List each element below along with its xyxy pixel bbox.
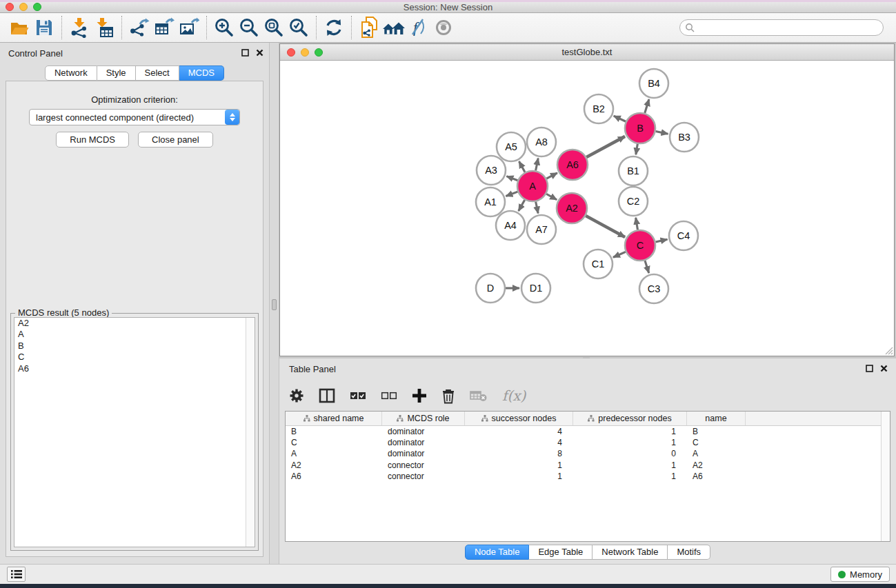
export-image-button[interactable] xyxy=(177,15,201,40)
memory-button[interactable]: Memory xyxy=(830,567,890,582)
close-panel-icon[interactable] xyxy=(256,49,263,57)
table-cell: dominator xyxy=(382,426,465,437)
tab-mcds[interactable]: MCDS xyxy=(179,65,224,81)
edge-A-A7[interactable] xyxy=(536,202,539,214)
criterion-select[interactable]: largest connected component (directed) xyxy=(29,109,240,125)
result-item[interactable]: A6 xyxy=(14,363,255,374)
export-image-icon xyxy=(179,17,199,38)
close-panel-icon[interactable] xyxy=(880,365,888,372)
run-mcds-button[interactable]: Run MCDS xyxy=(56,132,129,148)
export-network-button[interactable] xyxy=(127,15,152,40)
result-item[interactable]: C xyxy=(14,352,255,363)
import-network-button[interactable] xyxy=(67,15,92,40)
search-field[interactable] xyxy=(679,19,884,36)
vertical-splitter[interactable] xyxy=(269,43,279,564)
columns-icon[interactable] xyxy=(319,388,335,403)
task-history-button[interactable] xyxy=(7,567,26,582)
result-scrollbar[interactable] xyxy=(246,318,255,547)
column-header[interactable]: MCDS role xyxy=(382,412,465,425)
zoom-out-button[interactable] xyxy=(237,15,261,40)
column-header[interactable]: successor nodes xyxy=(465,412,573,425)
edge-B-B3[interactable] xyxy=(656,132,668,134)
edge-C-C3[interactable] xyxy=(645,261,649,273)
search-input[interactable] xyxy=(697,21,883,34)
function-builder-button[interactable]: f(x) xyxy=(502,387,526,404)
deselect-all-checkboxes-icon[interactable] xyxy=(381,391,397,401)
table-scrollbar[interactable] xyxy=(881,412,890,541)
edge-A-A1[interactable] xyxy=(506,192,517,196)
add-column-icon[interactable] xyxy=(412,388,427,403)
network-from-file-button[interactable] xyxy=(357,15,381,40)
network-window-titlebar[interactable]: testGlobe.txt xyxy=(280,44,894,61)
table-row[interactable]: A6connector11A6 xyxy=(286,471,890,482)
network-svg: AA1A2A3A4A5A6A7A8BB1B2B3B4CC1C2C3C4DD1 xyxy=(280,61,894,356)
edge-A-A4[interactable] xyxy=(519,200,525,211)
tab-network[interactable]: Network xyxy=(45,65,97,81)
edge-A2-C[interactable] xyxy=(586,216,625,237)
edge-A6-B[interactable] xyxy=(586,136,625,157)
table-row[interactable]: Bdominator41B xyxy=(286,426,890,437)
toolbar-separator xyxy=(316,16,317,39)
edge-C-C1[interactable] xyxy=(613,252,626,257)
network-canvas[interactable]: AA1A2A3A4A5A6A7A8BB1B2B3B4CC1C2C3C4DD1 xyxy=(280,61,894,356)
home-button[interactable] xyxy=(381,15,406,40)
save-session-icon xyxy=(34,18,54,37)
result-item[interactable]: B xyxy=(14,341,255,352)
tab-style[interactable]: Style xyxy=(97,65,136,81)
tab-edge-table[interactable]: Edge Table xyxy=(529,545,593,560)
tab-select[interactable]: Select xyxy=(136,65,179,81)
select-all-checkboxes-icon[interactable] xyxy=(350,391,366,401)
edge-C-C4[interactable] xyxy=(655,239,667,242)
edge-A-A5[interactable] xyxy=(519,161,525,172)
mcds-result-list[interactable]: A2ABCA6 xyxy=(14,317,255,547)
node-table: shared nameMCDS rolesuccessor nodesprede… xyxy=(285,411,890,542)
table-row[interactable]: Adominator80A xyxy=(286,448,890,459)
import-table-button[interactable] xyxy=(92,15,117,40)
zoom-fit-button[interactable] xyxy=(261,15,286,40)
table-cell: 1 xyxy=(573,426,687,437)
result-item[interactable]: A xyxy=(14,329,255,340)
table-row[interactable]: Cdominator41C xyxy=(286,437,890,448)
refresh-button[interactable] xyxy=(321,15,346,40)
table-tabs: Node TableEdge TableNetwork TableMotifs xyxy=(279,545,896,560)
table-cell: 4 xyxy=(465,426,573,437)
float-panel-icon[interactable] xyxy=(866,365,873,372)
control-panel: Control Panel NetworkStyleSelectMCDS Opt… xyxy=(0,43,269,564)
open-session-button[interactable] xyxy=(7,15,32,40)
show-graphics-button[interactable] xyxy=(431,15,456,40)
resize-grip-icon[interactable] xyxy=(884,346,893,355)
tab-network-table[interactable]: Network Table xyxy=(593,545,668,560)
hide-annotations-button[interactable]: f xyxy=(406,15,431,40)
gear-icon[interactable] xyxy=(289,388,304,403)
save-session-button[interactable] xyxy=(32,15,57,40)
tab-motifs[interactable]: Motifs xyxy=(668,545,710,560)
zoom-in-button[interactable] xyxy=(212,15,237,40)
float-panel-icon[interactable] xyxy=(241,49,249,57)
column-header[interactable]: shared name xyxy=(286,412,382,425)
edge-C-C2[interactable] xyxy=(636,218,638,230)
edge-A-A3[interactable] xyxy=(506,176,517,181)
table-cell: C xyxy=(286,437,382,448)
node-label-C4: C4 xyxy=(677,230,690,241)
splitter-handle[interactable] xyxy=(272,299,277,310)
table-row[interactable]: A2connector11A2 xyxy=(286,460,890,471)
column-header[interactable]: predecessor nodes xyxy=(573,412,687,425)
delete-column-icon[interactable] xyxy=(441,388,455,404)
control-panel-title: Control Panel xyxy=(8,48,63,59)
edge-B-B1[interactable] xyxy=(636,144,638,155)
memory-label: Memory xyxy=(850,569,882,580)
zoom-selected-button[interactable] xyxy=(286,15,311,40)
edge-B-B4[interactable] xyxy=(645,99,649,113)
node-label-C2: C2 xyxy=(627,196,640,207)
column-header[interactable]: name xyxy=(687,412,746,425)
close-panel-button[interactable]: Close panel xyxy=(138,132,213,148)
tab-node-table[interactable]: Node Table xyxy=(465,545,530,560)
result-item[interactable]: A2 xyxy=(14,318,255,329)
toolbar-separator xyxy=(121,16,122,39)
edge-A-A2[interactable] xyxy=(546,194,557,200)
edge-A-A8[interactable] xyxy=(536,159,539,171)
delete-table-icon[interactable] xyxy=(470,389,488,402)
edge-B-B2[interactable] xyxy=(614,116,626,121)
export-table-button[interactable] xyxy=(152,15,177,40)
edge-A-A6[interactable] xyxy=(546,173,557,179)
